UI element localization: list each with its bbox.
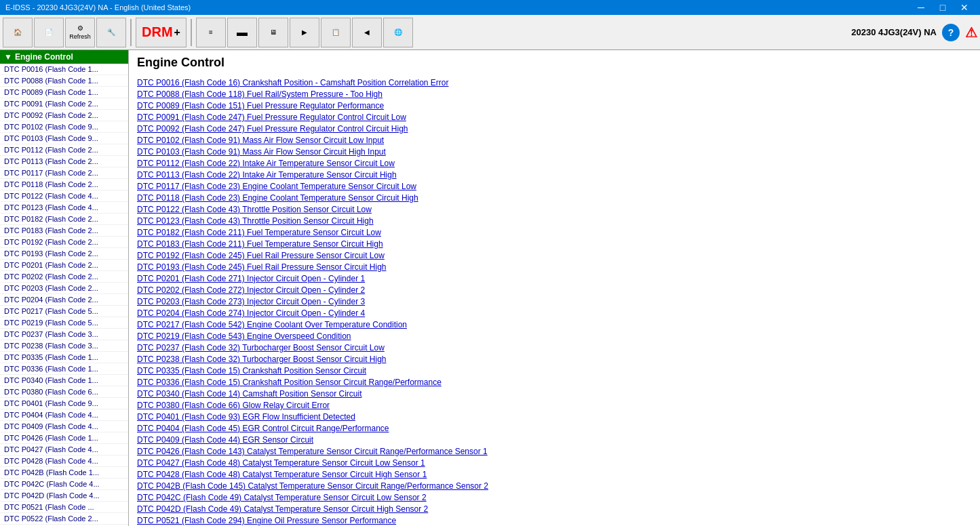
dtc-link[interactable]: DTC P0016 (Flash Code 16) Crankshaft Pos… bbox=[137, 78, 972, 87]
sidebar-item[interactable]: DTC P0203 (Flash Code 2... bbox=[0, 283, 128, 294]
dtc-link[interactable]: DTC P0193 (Flash Code 245) Fuel Rail Pre… bbox=[137, 262, 972, 272]
sidebar-header-label: Engine Control bbox=[15, 52, 73, 62]
dtc-link[interactable]: DTC P0123 (Flash Code 43) Throttle Posit… bbox=[137, 216, 972, 226]
sidebar-item[interactable]: DTC P0428 (Flash Code 4... bbox=[0, 456, 128, 467]
monitor-icon: 🖥 bbox=[270, 28, 277, 36]
signal-button[interactable]: ≡ bbox=[196, 18, 226, 47]
dtc-link[interactable]: DTC P0202 (Flash Code 272) Injector Circ… bbox=[137, 285, 972, 295]
toolbar: 🏠 📄 ⚙ Refresh 🔧 DRM + ≡ ▬ 🖥 ▶ 📋 ◀ 🌐 2023… bbox=[0, 15, 980, 50]
dtc-link[interactable]: DTC P0089 (Flash Code 151) Fuel Pressure… bbox=[137, 101, 972, 110]
minimize-button[interactable]: ─ bbox=[911, 1, 931, 14]
dtc-link[interactable]: DTC P0335 (Flash Code 15) Crankshaft Pos… bbox=[137, 366, 972, 376]
sidebar-item[interactable]: DTC P0182 (Flash Code 2... bbox=[0, 214, 128, 225]
dtc-link[interactable]: DTC P0426 (Flash Code 143) Catalyst Temp… bbox=[137, 447, 972, 456]
sidebar-item[interactable]: DTC P0409 (Flash Code 4... bbox=[0, 421, 128, 432]
sidebar-item[interactable]: DTC P0089 (Flash Code 1... bbox=[0, 87, 128, 98]
dtc-link[interactable]: DTC P0122 (Flash Code 43) Throttle Posit… bbox=[137, 205, 972, 214]
restore-button[interactable]: □ bbox=[933, 1, 953, 14]
sidebar-item[interactable]: DTC P0113 (Flash Code 2... bbox=[0, 156, 128, 167]
sidebar-item[interactable]: DTC P0088 (Flash Code 1... bbox=[0, 75, 128, 87]
sidebar-item[interactable]: DTC P0336 (Flash Code 1... bbox=[0, 363, 128, 375]
sidebar-item[interactable]: DTC P0217 (Flash Code 5... bbox=[0, 306, 128, 317]
dtc-link[interactable]: DTC P0204 (Flash Code 274) Injector Circ… bbox=[137, 308, 972, 318]
dtc-link[interactable]: DTC P0102 (Flash Code 91) Mass Air Flow … bbox=[137, 136, 972, 145]
help-button[interactable]: ? bbox=[942, 24, 960, 41]
dtc-link[interactable]: DTC P0091 (Flash Code 247) Fuel Pressure… bbox=[137, 113, 972, 122]
home-button[interactable]: 🏠 bbox=[3, 18, 33, 47]
sidebar-item[interactable]: DTC P0380 (Flash Code 6... bbox=[0, 386, 128, 398]
dtc-link[interactable]: DTC P0401 (Flash Code 93) EGR Flow Insuf… bbox=[137, 412, 972, 422]
sidebar-item[interactable]: DTC P0238 (Flash Code 3... bbox=[0, 340, 128, 352]
arrow-right-button[interactable]: ▶ bbox=[290, 18, 319, 47]
dtc-link[interactable]: DTC P0088 (Flash Code 118) Fuel Rail/Sys… bbox=[137, 89, 972, 99]
sidebar-item[interactable]: DTC P0521 (Flash Code ... bbox=[0, 502, 128, 513]
dtc-link[interactable]: DTC P0340 (Flash Code 14) Camshaft Posit… bbox=[137, 389, 972, 399]
arrow-left-button[interactable]: ◀ bbox=[352, 18, 382, 47]
drm-button[interactable]: DRM + bbox=[136, 18, 187, 47]
sidebar-item[interactable]: DTC P0204 (Flash Code 2... bbox=[0, 294, 128, 306]
dtc-link[interactable]: DTC P0217 (Flash Code 542) Engine Coolan… bbox=[137, 320, 972, 329]
title-bar-controls: ─ □ ✕ bbox=[911, 1, 975, 14]
dtc-link[interactable]: DTC P042D (Flash Code 49) Catalyst Tempe… bbox=[137, 504, 972, 514]
dtc-link[interactable]: DTC P0118 (Flash Code 23) Engine Coolant… bbox=[137, 193, 972, 203]
dtc-link[interactable]: DTC P0336 (Flash Code 15) Crankshaft Pos… bbox=[137, 378, 972, 387]
dtc-link[interactable]: DTC P0238 (Flash Code 32) Turbocharger B… bbox=[137, 355, 972, 364]
dtc-link[interactable]: DTC P0219 (Flash Code 543) Engine Oversp… bbox=[137, 331, 972, 341]
sidebar-item[interactable]: DTC P042D (Flash Code 4... bbox=[0, 490, 128, 502]
sidebar-item[interactable]: DTC P0340 (Flash Code 1... bbox=[0, 375, 128, 386]
dtc-link[interactable]: DTC P0380 (Flash Code 66) Glow Relay Cir… bbox=[137, 401, 972, 410]
sidebar-item[interactable]: DTC P0183 (Flash Code 2... bbox=[0, 225, 128, 237]
sidebar-item[interactable]: DTC P0522 (Flash Code 2... bbox=[0, 513, 128, 525]
sidebar-item[interactable]: DTC P0112 (Flash Code 2... bbox=[0, 144, 128, 156]
settings-button[interactable]: ⚙ Refresh bbox=[65, 18, 95, 47]
clipboard-button[interactable]: 📋 bbox=[321, 18, 351, 47]
close-button[interactable]: ✕ bbox=[954, 1, 975, 14]
sidebar-header[interactable]: ▼ Engine Control bbox=[0, 50, 128, 64]
sidebar-item[interactable]: DTC P0118 (Flash Code 2... bbox=[0, 179, 128, 190]
dtc-link[interactable]: DTC P0183 (Flash Code 211) Fuel Temperat… bbox=[137, 239, 972, 249]
dtc-link[interactable]: DTC P042B (Flash Code 145) Catalyst Temp… bbox=[137, 481, 972, 491]
sidebar-item[interactable]: DTC P0237 (Flash Code 3... bbox=[0, 329, 128, 340]
dtc-link[interactable]: DTC P0192 (Flash Code 245) Fuel Rail Pre… bbox=[137, 251, 972, 260]
sidebar-item[interactable]: DTC P0404 (Flash Code 4... bbox=[0, 409, 128, 421]
dtc-link[interactable]: DTC P0428 (Flash Code 48) Catalyst Tempe… bbox=[137, 470, 972, 479]
sidebar-item[interactable]: DTC P0193 (Flash Code 2... bbox=[0, 248, 128, 260]
monitor-button[interactable]: 🖥 bbox=[258, 18, 288, 47]
sidebar-item[interactable]: DTC P0192 (Flash Code 2... bbox=[0, 237, 128, 248]
dtc-link[interactable]: DTC P0117 (Flash Code 23) Engine Coolant… bbox=[137, 182, 972, 191]
sidebar-item[interactable]: DTC P0202 (Flash Code 2... bbox=[0, 271, 128, 283]
sidebar-item[interactable]: DTC P0016 (Flash Code 1... bbox=[0, 64, 128, 75]
dtc-link[interactable]: DTC P0203 (Flash Code 273) Injector Circ… bbox=[137, 297, 972, 306]
dtc-link[interactable]: DTC P0201 (Flash Code 271) Injector Circ… bbox=[137, 274, 972, 283]
sidebar-item[interactable]: DTC P0401 (Flash Code 9... bbox=[0, 398, 128, 409]
sidebar-item[interactable]: DTC P042C (Flash Code 4... bbox=[0, 479, 128, 490]
dtc-link[interactable]: DTC P042C (Flash Code 49) Catalyst Tempe… bbox=[137, 493, 972, 502]
sidebar-item[interactable]: DTC P0122 (Flash Code 4... bbox=[0, 190, 128, 202]
sidebar-item[interactable]: DTC P0102 (Flash Code 9... bbox=[0, 121, 128, 133]
sidebar-item[interactable]: DTC P0335 (Flash Code 1... bbox=[0, 352, 128, 363]
sidebar-item[interactable]: DTC P042B (Flash Code 1... bbox=[0, 467, 128, 479]
sidebar-item[interactable]: DTC P0123 (Flash Code 4... bbox=[0, 202, 128, 214]
dtc-link[interactable]: DTC P0103 (Flash Code 91) Mass Air Flow … bbox=[137, 147, 972, 157]
doc-button[interactable]: 📄 bbox=[34, 18, 64, 47]
dtc-link[interactable]: DTC P0113 (Flash Code 22) Intake Air Tem… bbox=[137, 170, 972, 180]
tool-button[interactable]: 🔧 bbox=[96, 18, 126, 47]
sidebar-item[interactable]: DTC P0091 (Flash Code 2... bbox=[0, 98, 128, 110]
sidebar-item[interactable]: DTC P0092 (Flash Code 2... bbox=[0, 110, 128, 121]
dtc-link[interactable]: DTC P0182 (Flash Code 211) Fuel Temperat… bbox=[137, 228, 972, 237]
sidebar-item[interactable]: DTC P0219 (Flash Code 5... bbox=[0, 317, 128, 329]
dtc-link[interactable]: DTC P0404 (Flash Code 45) EGR Control Ci… bbox=[137, 424, 972, 433]
sidebar-item[interactable]: DTC P0117 (Flash Code 2... bbox=[0, 167, 128, 179]
sidebar-item[interactable]: DTC P0427 (Flash Code 4... bbox=[0, 444, 128, 456]
dtc-link[interactable]: DTC P0237 (Flash Code 32) Turbocharger B… bbox=[137, 343, 972, 352]
bar-button[interactable]: ▬ bbox=[227, 18, 257, 47]
dtc-link[interactable]: DTC P0521 (Flash Code 294) Engine Oil Pr… bbox=[137, 516, 972, 525]
sidebar-item[interactable]: DTC P0426 (Flash Code 1... bbox=[0, 432, 128, 444]
sidebar-item[interactable]: DTC P0103 (Flash Code 9... bbox=[0, 133, 128, 144]
dtc-link[interactable]: DTC P0112 (Flash Code 22) Intake Air Tem… bbox=[137, 159, 972, 168]
sidebar-item[interactable]: DTC P0201 (Flash Code 2... bbox=[0, 260, 128, 271]
dtc-link[interactable]: DTC P0092 (Flash Code 247) Fuel Pressure… bbox=[137, 124, 972, 134]
globe-button[interactable]: 🌐 bbox=[383, 18, 413, 47]
dtc-link[interactable]: DTC P0409 (Flash Code 44) EGR Sensor Cir… bbox=[137, 435, 972, 445]
dtc-link[interactable]: DTC P0427 (Flash Code 48) Catalyst Tempe… bbox=[137, 458, 972, 468]
